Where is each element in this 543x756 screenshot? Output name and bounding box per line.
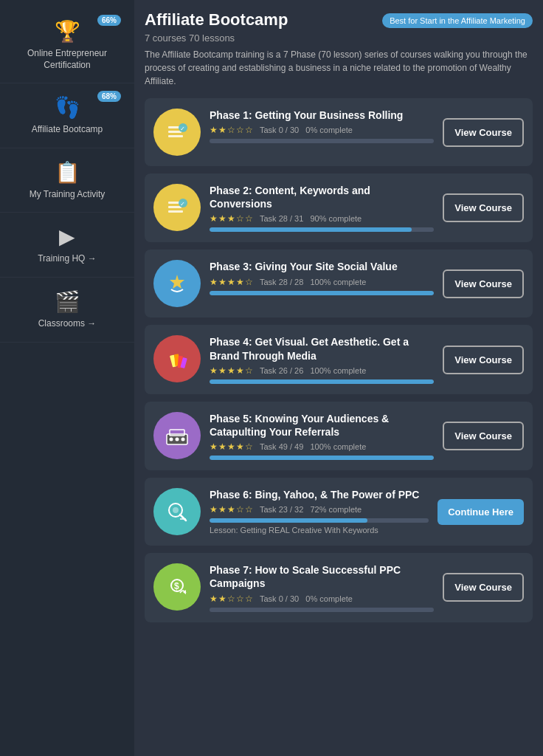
phase3-view-button[interactable]: View Course [443, 269, 524, 298]
phase2-view-button[interactable]: View Course [443, 193, 524, 222]
phase5-progress-fill [210, 456, 434, 460]
phase4-progress-bg [210, 379, 434, 384]
course-meta: 7 courses 70 lessons [145, 32, 533, 44]
phase5-view-button[interactable]: View Course [443, 422, 524, 450]
phase5-title: Phase 5: Knowing Your Audiences & Catapu… [210, 412, 434, 439]
course-header: Affiliate Bootcamp Best for Start in the… [145, 10, 533, 88]
phase7-progress-bg [210, 608, 434, 612]
phase-card-2: ✓ Phase 2: Content, Keywords and Convers… [145, 173, 533, 242]
phase1-view-button[interactable]: View Course [443, 118, 524, 147]
main-content: Affiliate Bootcamp Best for Start in the… [134, 0, 543, 756]
phase6-icon [153, 488, 201, 535]
sidebar-item-my-training[interactable]: 📋 My Training Activity [0, 148, 134, 213]
phase2-progress-fill [210, 227, 412, 232]
svg-text:✓: ✓ [180, 201, 185, 207]
sidebar-label-my-training: My Training Activity [30, 189, 106, 201]
phase6-task: Task 23 / 32 72% complete [260, 505, 362, 514]
sidebar-label-affiliate-bootcamp: Affiliate Bootcamp [32, 124, 103, 136]
phase7-task: Task 0 / 30 0% complete [260, 594, 353, 603]
phases-list: ✓ Phase 1: Getting Your Business Rolling… [145, 98, 533, 622]
phase3-title: Phase 3: Giving Your Site Social Value [210, 260, 434, 273]
phase-card-1: ✓ Phase 1: Getting Your Business Rolling… [145, 98, 533, 166]
phase3-stats: ★★★★☆ Task 28 / 28 100% complete [210, 277, 434, 287]
phase6-stars: ★★★☆☆ [210, 504, 254, 515]
svg-point-18 [181, 437, 185, 441]
phase5-progress-bg [210, 456, 434, 460]
phase4-progress-fill [210, 379, 434, 384]
phase4-task: Task 26 / 26 100% complete [260, 366, 366, 375]
phase3-task: Task 28 / 28 100% complete [260, 278, 366, 286]
phase6-continue-button[interactable]: Continue Here [437, 499, 524, 525]
sidebar-item-online-entrepreneur[interactable]: 🏆 Online Entrepreneur Certification 66% [0, 7, 134, 83]
play-icon: ▶ [59, 224, 75, 249]
phase-card-7: $ Phase 7: How to Scale Successful PPC C… [145, 553, 533, 622]
phase4-icon [153, 335, 201, 382]
phase3-icon [153, 260, 201, 307]
sidebar-badge-online-entrepreneur: 66% [97, 15, 121, 26]
svg-rect-2 [168, 135, 183, 137]
phase7-title: Phase 7: How to Scale Successful PPC Cam… [210, 563, 434, 590]
phase4-content: Phase 4: Get Visual. Get Aesthetic. Get … [210, 335, 434, 383]
svg-marker-10 [170, 275, 184, 289]
course-title: Affiliate Bootcamp [145, 10, 288, 30]
svg-rect-7 [168, 210, 183, 213]
phase4-title: Phase 4: Get Visual. Get Aesthetic. Get … [210, 335, 434, 362]
footsteps-icon: 👣 [55, 95, 80, 120]
phase7-stats: ★★☆☆☆ Task 0 / 30 0% complete [210, 594, 434, 604]
phase6-progress-fill [210, 518, 367, 523]
clipboard-icon: 📋 [55, 160, 80, 185]
phase5-icon [153, 412, 201, 459]
sidebar-item-classrooms[interactable]: 🎬 Classrooms → [0, 278, 134, 343]
phase5-stars: ★★★★☆ [210, 441, 254, 452]
trophy-icon: 🏆 [55, 19, 80, 44]
phase3-content: Phase 3: Giving Your Site Social Value ★… [210, 260, 434, 295]
phase2-progress-bg [210, 227, 434, 232]
phase7-icon: $ [153, 563, 201, 611]
phase6-content: Phase 6: Bing, Yahoo, & The Power of PPC… [210, 488, 429, 535]
phase4-stats: ★★★★☆ Task 26 / 26 100% complete [210, 365, 434, 376]
sidebar-label-online-entrepreneur: Online Entrepreneur Certification [6, 48, 128, 71]
phase2-content: Phase 2: Content, Keywords and Conversio… [210, 184, 434, 232]
sidebar-item-training-hq[interactable]: ▶ Training HQ → [0, 213, 134, 278]
phase-card-4: Phase 4: Get Visual. Get Aesthetic. Get … [145, 325, 533, 394]
phase2-task: Task 28 / 31 90% complete [260, 214, 362, 223]
sidebar: 🏆 Online Entrepreneur Certification 66% … [0, 0, 134, 756]
phase1-content: Phase 1: Getting Your Business Rolling ★… [210, 109, 434, 143]
phase3-progress-bg [210, 291, 434, 295]
phase3-stars: ★★★★☆ [210, 277, 254, 287]
phase6-title: Phase 6: Bing, Yahoo, & The Power of PPC [210, 488, 429, 501]
phase2-stats: ★★★☆☆ Task 28 / 31 90% complete [210, 213, 434, 224]
phase-card-6: Phase 6: Bing, Yahoo, & The Power of PPC… [145, 478, 533, 546]
sidebar-item-affiliate-bootcamp[interactable]: 👣 Affiliate Bootcamp 68% [0, 83, 134, 148]
phase-card-3: Phase 3: Giving Your Site Social Value ★… [145, 250, 533, 317]
phase5-task: Task 49 / 49 100% complete [260, 442, 366, 451]
phase-card-5: Phase 5: Knowing Your Audiences & Catapu… [145, 402, 533, 470]
phase4-stars: ★★★★☆ [210, 365, 254, 376]
phase1-stars: ★★☆☆☆ [210, 125, 254, 135]
phase6-stats: ★★★☆☆ Task 23 / 32 72% complete [210, 504, 429, 515]
video-icon: 🎬 [55, 289, 80, 314]
phase1-stats: ★★☆☆☆ Task 0 / 30 0% complete [210, 125, 434, 135]
phase1-progress-bg [210, 139, 434, 143]
course-description: The Affiliate Bootcamp training is a 7 P… [145, 48, 533, 88]
phase2-icon: ✓ [153, 184, 201, 231]
svg-point-22 [173, 507, 179, 513]
sidebar-label-classrooms: Classrooms → [38, 318, 97, 330]
phase3-progress-fill [210, 291, 434, 295]
phase2-title: Phase 2: Content, Keywords and Conversio… [210, 184, 434, 210]
phase5-stats: ★★★★☆ Task 49 / 49 100% complete [210, 441, 434, 452]
phase1-icon: ✓ [153, 109, 201, 156]
phase4-view-button[interactable]: View Course [443, 346, 524, 374]
phase7-stars: ★★☆☆☆ [210, 594, 254, 604]
sidebar-label-training-hq: Training HQ → [38, 253, 97, 265]
sidebar-badge-affiliate-bootcamp: 68% [97, 91, 121, 102]
svg-line-21 [180, 515, 186, 520]
phase1-task: Task 0 / 30 0% complete [260, 126, 353, 134]
phase6-lesson-hint: Lesson: Getting REAL Creative With Keywo… [210, 526, 429, 535]
svg-text:$: $ [174, 581, 179, 591]
phase5-content: Phase 5: Knowing Your Audiences & Catapu… [210, 412, 434, 460]
phase6-progress-bg [210, 518, 429, 523]
phase7-view-button[interactable]: View Course [443, 573, 524, 602]
phase2-stars: ★★★☆☆ [210, 213, 254, 224]
phase1-title: Phase 1: Getting Your Business Rolling [210, 109, 434, 122]
